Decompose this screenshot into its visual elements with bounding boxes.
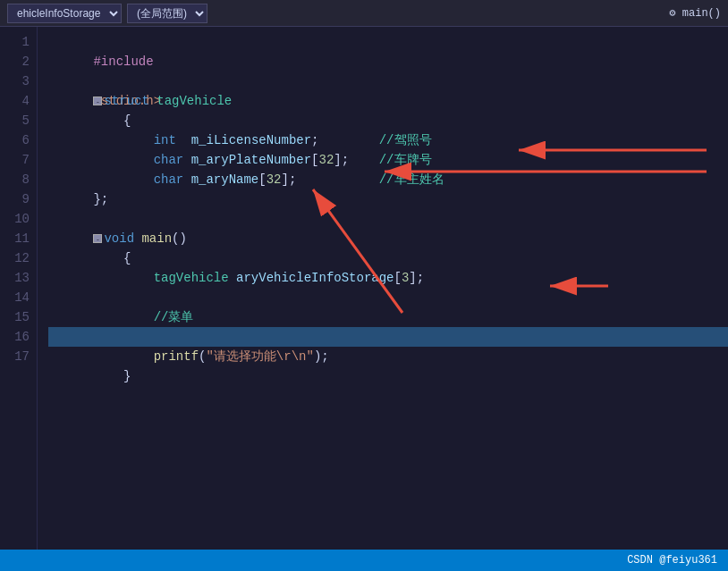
code-line-4: { xyxy=(48,91,728,111)
code-area: 1 2 3 4 5 6 7 8 9 10 11 12 13 14 15 16 1… xyxy=(0,27,728,550)
status-bar: CSDN @feiyu361 xyxy=(0,550,728,571)
code-line-13 xyxy=(48,268,728,288)
line-num: 2 xyxy=(0,52,30,71)
line-num: 5 xyxy=(0,111,30,130)
line-num: 15 xyxy=(0,307,30,327)
line-numbers: 1 2 3 4 5 6 7 8 9 10 11 12 13 14 15 16 1… xyxy=(0,27,38,550)
line-num: 14 xyxy=(0,288,30,307)
line-num: 17 xyxy=(0,347,30,366)
top-bar-right: ⚙ main() xyxy=(364,6,721,20)
code-line-1: #include <stdio.h> xyxy=(48,32,728,52)
line-num: 1 xyxy=(0,32,30,52)
line-num: 9 xyxy=(0,189,30,209)
code-line-3: -struct tagVehicle xyxy=(48,71,728,91)
scope-dropdown[interactable]: (全局范围) xyxy=(127,4,207,23)
code-line-17: } xyxy=(48,347,728,366)
code-line-7: char m_aryName[32]; //车主姓名 xyxy=(48,150,728,170)
code-line-12: tagVehicle aryVehicleInfoStorage[3]; xyxy=(48,248,728,268)
code-line-5: int m_iLicenseNumber; //驾照号 xyxy=(48,111,728,130)
code-line-11: { xyxy=(48,229,728,248)
line-num: 3 xyxy=(0,71,30,91)
code-line-8: }; xyxy=(48,170,728,189)
line-num: 7 xyxy=(0,150,30,170)
line-num: 4 xyxy=(0,91,30,111)
code-line-15: int iInput; xyxy=(48,307,728,327)
file-dropdown[interactable]: ehicleInfoStorage xyxy=(7,4,122,23)
code-line-6: char m_aryPlateNumber[32]; //车牌号 xyxy=(48,130,728,150)
line-num: 11 xyxy=(0,229,30,248)
code-line-16: printf("请选择功能\r\n"); xyxy=(48,327,728,347)
code-line-2 xyxy=(48,52,728,71)
code-line-9 xyxy=(48,189,728,209)
line-num: 13 xyxy=(0,268,30,288)
top-bar: ehicleInfoStorage (全局范围) ⚙ main() xyxy=(0,0,728,27)
top-bar-left: ehicleInfoStorage (全局范围) xyxy=(7,4,364,23)
line-num: 6 xyxy=(0,130,30,150)
line-num: 16 xyxy=(0,327,30,347)
line-num: 10 xyxy=(0,209,30,229)
branding-label: CSDN @feiyu361 xyxy=(627,554,717,567)
function-label: ⚙ main() xyxy=(669,7,721,20)
code-line-10: -void main() xyxy=(48,209,728,229)
line-num: 12 xyxy=(0,248,30,268)
code-content[interactable]: #include <stdio.h> -struct tagVehicle { … xyxy=(38,27,728,550)
code-line-14: //菜单 xyxy=(48,288,728,307)
line-num: 8 xyxy=(0,170,30,189)
